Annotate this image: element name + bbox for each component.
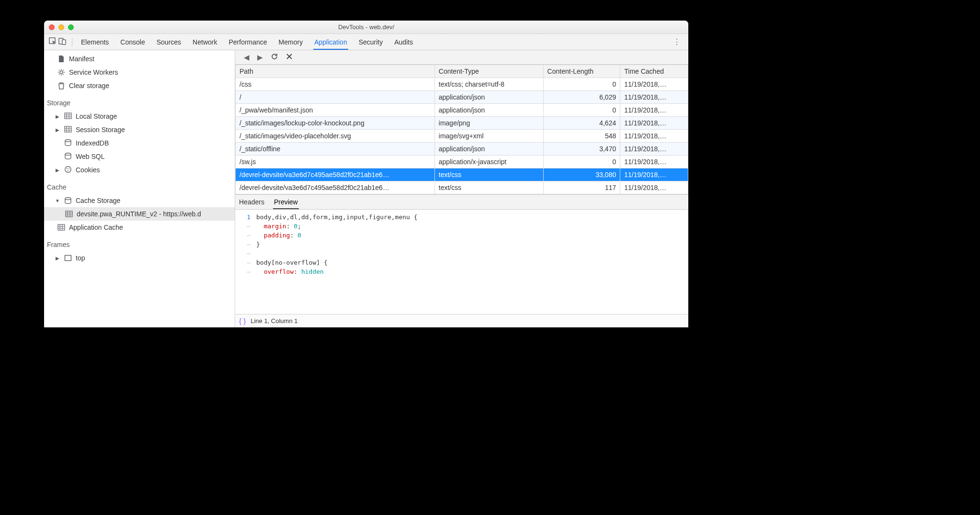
tab-memory[interactable]: Memory bbox=[279, 34, 303, 50]
grid-icon bbox=[57, 224, 65, 231]
table-row[interactable]: /_pwa/web/manifest.jsonapplication/json0… bbox=[236, 104, 688, 117]
col-ctype[interactable]: Content-Type bbox=[434, 65, 543, 78]
label: Session Storage bbox=[76, 126, 125, 134]
sidebar-item-web-sql[interactable]: Web SQL bbox=[44, 150, 235, 163]
db-icon bbox=[64, 139, 72, 148]
table-row[interactable]: /devrel-devsite/va3e6d7c495ae58d2f0c21ab… bbox=[236, 168, 688, 181]
cell-path: /_static/images/video-placeholder.svg bbox=[236, 130, 435, 143]
label: Manifest bbox=[69, 55, 94, 63]
cell-time: 11/19/2018,… bbox=[620, 168, 688, 181]
cell-clen: 0 bbox=[543, 156, 620, 168]
svg-point-10 bbox=[68, 168, 69, 169]
label: Web SQL bbox=[76, 153, 104, 160]
inspect-element-icon[interactable] bbox=[48, 37, 57, 46]
application-sidebar: Manifest Service Workers Clear storage S… bbox=[44, 50, 235, 327]
svg-rect-13 bbox=[66, 211, 72, 217]
svg-rect-4 bbox=[65, 113, 71, 119]
source-code: body,div,dl,dd,form,img,input,figure,men… bbox=[253, 210, 688, 314]
cell-ctype: text/css; charset=utf-8 bbox=[434, 78, 543, 91]
cell-time: 11/19/2018,… bbox=[620, 91, 688, 104]
db-icon bbox=[64, 152, 72, 161]
table-header-row: Path Content-Type Content-Length Time Ca… bbox=[236, 65, 688, 78]
svg-rect-14 bbox=[58, 224, 65, 230]
cell-path: /sw.js bbox=[236, 156, 435, 168]
cell-time: 11/19/2018,… bbox=[620, 117, 688, 130]
svg-rect-15 bbox=[65, 256, 71, 261]
cell-ctype: application/json bbox=[434, 143, 543, 156]
source-preview[interactable]: 1–––––– body,div,dl,dd,form,img,input,fi… bbox=[235, 210, 688, 314]
next-button-icon[interactable]: ▶ bbox=[257, 53, 263, 62]
cell-ctype: text/css bbox=[434, 168, 543, 181]
tab-network[interactable]: Network bbox=[193, 34, 217, 50]
panel-tabs: ElementsConsoleSourcesNetworkPerformance… bbox=[81, 34, 669, 50]
grid-icon bbox=[64, 125, 72, 134]
sidebar-item-local-storage[interactable]: ▶Local Storage bbox=[44, 110, 235, 123]
table-row[interactable]: /csstext/css; charset=utf-8011/19/2018,… bbox=[236, 78, 688, 91]
tab-console[interactable]: Console bbox=[120, 34, 145, 50]
cell-time: 11/19/2018,… bbox=[620, 156, 688, 168]
table-row[interactable]: /devrel-devsite/va3e6d7c495ae58d2f0c21ab… bbox=[236, 181, 688, 194]
cell-ctype: application/x-javascript bbox=[434, 156, 543, 168]
col-clen[interactable]: Content-Length bbox=[543, 65, 620, 78]
cell-path: /_static/images/lockup-color-knockout.pn… bbox=[236, 117, 435, 130]
tab-audits[interactable]: Audits bbox=[394, 34, 413, 50]
cell-path: / bbox=[236, 91, 435, 104]
cell-ctype: text/css bbox=[434, 181, 543, 194]
cell-path: /_pwa/web/manifest.json bbox=[236, 104, 435, 117]
cursor-position: Line 1, Column 1 bbox=[251, 317, 297, 325]
gear-icon bbox=[57, 68, 65, 76]
tab-security[interactable]: Security bbox=[359, 34, 383, 50]
more-options-icon[interactable]: ⋮ bbox=[669, 37, 684, 46]
table-row[interactable]: /_static/images/lockup-color-knockout.pn… bbox=[236, 117, 688, 130]
cache-storage-panel: ◀ ▶ Path Content-Type Content-Length Tim… bbox=[235, 50, 688, 327]
tab-headers[interactable]: Headers bbox=[239, 195, 264, 209]
col-path[interactable]: Path bbox=[236, 65, 435, 78]
cell-clen: 4,624 bbox=[543, 117, 620, 130]
table-row[interactable]: /_static/offlineapplication/json3,47011/… bbox=[236, 143, 688, 156]
window-title: DevTools - web.dev/ bbox=[44, 23, 688, 31]
database-icon bbox=[64, 197, 72, 204]
col-time[interactable]: Time Cached bbox=[620, 65, 688, 78]
disclosure-triangle-icon[interactable]: ▼ bbox=[55, 198, 60, 203]
delete-icon[interactable] bbox=[286, 53, 293, 61]
sidebar-item-service-workers[interactable]: Service Workers bbox=[44, 66, 235, 79]
disclosure-triangle-icon[interactable]: ▶ bbox=[55, 256, 60, 261]
cell-path: /devrel-devsite/va3e6d7c495ae58d2f0c21ab… bbox=[236, 168, 435, 181]
devtools-tabs-row: ElementsConsoleSourcesNetworkPerformance… bbox=[44, 34, 688, 50]
cell-time: 11/19/2018,… bbox=[620, 130, 688, 143]
refresh-icon[interactable] bbox=[271, 53, 278, 62]
braces-icon[interactable]: { } bbox=[239, 317, 246, 325]
sidebar-item-indexeddb[interactable]: IndexedDB bbox=[44, 136, 235, 150]
device-mode-icon[interactable] bbox=[57, 37, 67, 46]
label: Service Workers bbox=[69, 68, 118, 76]
sidebar-item-manifest[interactable]: Manifest bbox=[44, 52, 235, 66]
cell-ctype: image/svg+xml bbox=[434, 130, 543, 143]
prev-button-icon[interactable]: ◀ bbox=[244, 53, 250, 62]
cell-ctype: application/json bbox=[434, 91, 543, 104]
sidebar-item-clear-storage[interactable]: Clear storage bbox=[44, 79, 235, 92]
sidebar-item-session-storage[interactable]: ▶Session Storage bbox=[44, 123, 235, 136]
tab-performance[interactable]: Performance bbox=[228, 34, 267, 50]
table-row[interactable]: /_static/images/video-placeholder.svgima… bbox=[236, 130, 688, 143]
disclosure-triangle-icon[interactable]: ▶ bbox=[55, 127, 60, 133]
disclosure-triangle-icon[interactable]: ▶ bbox=[55, 114, 60, 119]
tab-elements[interactable]: Elements bbox=[81, 34, 109, 50]
disclosure-triangle-icon[interactable]: ▶ bbox=[55, 168, 60, 173]
sidebar-item-application-cache[interactable]: Application Cache bbox=[44, 221, 235, 234]
sidebar-item-frame-top[interactable]: ▶ top bbox=[44, 251, 235, 265]
table-row[interactable]: /application/json6,02911/19/2018,… bbox=[236, 91, 688, 104]
sidebar-item-cookies[interactable]: ▶Cookies bbox=[44, 163, 235, 177]
label: Application Cache bbox=[69, 224, 123, 231]
tab-preview[interactable]: Preview bbox=[274, 195, 298, 209]
status-bar: { } Line 1, Column 1 bbox=[235, 314, 688, 327]
table-row[interactable]: /sw.jsapplication/x-javascript011/19/201… bbox=[236, 156, 688, 168]
sidebar-section-cache: Cache bbox=[44, 177, 235, 194]
devtools-window: DevTools - web.dev/ ElementsConsoleSourc… bbox=[44, 21, 688, 327]
sidebar-item-cache-entry[interactable]: devsite.pwa_RUNTIME_v2 - https://web.d bbox=[44, 207, 235, 221]
label: IndexedDB bbox=[76, 139, 109, 147]
sidebar-item-cache-storage[interactable]: ▼ Cache Storage bbox=[44, 194, 235, 207]
cache-entries-table: Path Content-Type Content-Length Time Ca… bbox=[235, 65, 688, 194]
tab-sources[interactable]: Sources bbox=[157, 34, 181, 50]
cell-time: 11/19/2018,… bbox=[620, 78, 688, 91]
tab-application[interactable]: Application bbox=[314, 34, 347, 50]
